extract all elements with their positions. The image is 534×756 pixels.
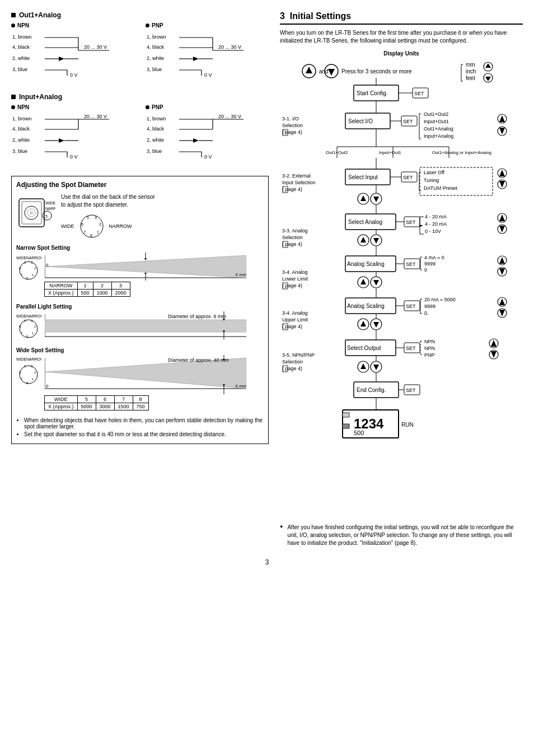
- out1-analog-wiring: NPN 1, brown 20 ... 30 V 4, black 2, whi…: [11, 22, 269, 85]
- svg-text:NARROW: NARROW: [26, 314, 41, 318]
- down-nav-33: [371, 235, 382, 246]
- svg-text:20 mA = 5000: 20 mA = 5000: [424, 297, 456, 302]
- svg-marker-196: [373, 197, 379, 202]
- ia-npn-dot-icon: [11, 105, 15, 109]
- svg-text:Select I/O: Select I/O: [348, 118, 373, 124]
- svg-text:3-4. Analog: 3-4. Analog: [282, 310, 308, 316]
- npn-wiring-diagram: 1, brown 20 ... 30 V 4, black 2, white 3…: [11, 31, 123, 84]
- svg-marker-236: [499, 257, 505, 264]
- svg-text:5: 5: [45, 214, 48, 218]
- input-analog-wiring: NPN 1, brown 20 ... 30 V 4, black 2, whi…: [11, 104, 269, 167]
- svg-text:7: 7: [83, 230, 86, 234]
- wide-spot-block: Wide Spot Setting WIDE NARROW 5 6 7 8 1 …: [16, 347, 264, 410]
- spot-notes: When detecting objects that have holes i…: [16, 417, 264, 437]
- svg-marker-214: [499, 214, 505, 221]
- input-analog-pnp: PNP 1, brown 20 ... 30 V 4, black 2, whi…: [146, 104, 269, 167]
- svg-text:8: 8: [90, 234, 92, 237]
- svg-text:SET: SET: [414, 91, 424, 96]
- wide-dial: WIDE NARROW 5 6 7 8 1 2 3: [16, 355, 41, 389]
- svg-text:0 V: 0 V: [204, 154, 212, 160]
- svg-text:(  page 4): ( page 4): [282, 129, 302, 135]
- svg-point-58: [30, 211, 33, 214]
- svg-marker-85: [144, 258, 147, 260]
- down-arrow-npnpnp: [489, 350, 498, 359]
- svg-text:500: 500: [354, 430, 364, 436]
- svg-marker-265: [373, 322, 379, 328]
- up-arrow-lower: [498, 256, 507, 265]
- svg-marker-143: [485, 77, 491, 81]
- intro-text: When you turn on the LR-TB Series for th…: [280, 29, 523, 45]
- svg-text:Out1+Analog or Input+Analog: Out1+Analog or Input+Analog: [432, 150, 491, 155]
- svg-text:4 mA = 0: 4 mA = 0: [424, 255, 444, 260]
- narrow-dial: WIDE NARROW 5 6 7 8 1 2 3: [16, 254, 41, 282]
- flow-diagram: and Press for 3 seconds or more mm inch …: [281, 60, 522, 519]
- up-nav-upper: [358, 319, 369, 330]
- svg-marker-287: [373, 365, 379, 370]
- pnp-label: PNP: [146, 22, 269, 29]
- input-analog-section: Input+Analog NPN 1, brown 20 ... 30 V 4,…: [11, 93, 269, 167]
- svg-text:2: 2: [34, 325, 36, 328]
- right-column: 3 Initial Settings When you turn on the …: [280, 11, 523, 547]
- svg-marker-216: [499, 226, 505, 232]
- svg-text:mm: mm: [466, 62, 475, 68]
- svg-text:1234: 1234: [354, 416, 384, 431]
- display-left-bottom: [343, 424, 349, 428]
- pnp-dot-icon: [146, 24, 149, 27]
- svg-point-73: [20, 262, 38, 279]
- svg-text:Out1+Analog: Out1+Analog: [424, 126, 453, 132]
- up-arrow-io: [498, 114, 507, 123]
- svg-text:2, white: 2, white: [147, 137, 164, 143]
- svg-text:20 ... 30 V: 20 ... 30 V: [84, 44, 107, 50]
- svg-marker-87: [144, 273, 147, 275]
- svg-text:2, white: 2, white: [12, 137, 30, 143]
- square-bullet-icon: [11, 13, 16, 17]
- svg-text:0: 0: [424, 267, 427, 273]
- svg-marker-192: [499, 181, 505, 188]
- down-nav-lower: [371, 277, 382, 288]
- svg-text:WIDE: WIDE: [45, 201, 55, 205]
- svg-text:20 ... 30 V: 20 ... 30 V: [218, 114, 241, 119]
- ia-npn-label: NPN: [11, 104, 134, 110]
- svg-text:0 V: 0 V: [70, 154, 78, 160]
- svg-marker-283: [491, 351, 496, 358]
- svg-text:Analog Scaling: Analog Scaling: [347, 303, 385, 309]
- svg-marker-190: [499, 170, 505, 176]
- svg-text:WIDE: WIDE: [16, 256, 27, 260]
- svg-text:WIDE: WIDE: [16, 357, 27, 361]
- svg-text:4 - 20 mA: 4 - 20 mA: [425, 221, 447, 227]
- out1-analog-section: Out1+Analog NPN 1, brown 20 ... 30: [11, 11, 269, 85]
- up-nav-npnpnp: [358, 361, 369, 372]
- svg-text:20 ... 30 V: 20 ... 30 V: [218, 44, 241, 50]
- out1-analog-title: Out1+Analog: [11, 11, 269, 19]
- up-arrow-upper: [498, 297, 507, 306]
- svg-marker-242: [373, 280, 379, 286]
- spot-note-2: Set the spot diameter so that it is 40 m…: [24, 431, 264, 437]
- svg-marker-129: [306, 67, 312, 73]
- svg-text:SET: SET: [403, 175, 413, 180]
- svg-marker-141: [485, 63, 491, 68]
- input-analog-title: Input+Analog: [11, 93, 269, 101]
- svg-text:0: 0: [424, 310, 427, 316]
- wide-label: Wide Spot Setting: [16, 347, 264, 353]
- svg-text:3-4. Analog: 3-4. Analog: [282, 269, 308, 275]
- up-arrow-npnpnp: [489, 339, 498, 348]
- svg-text:5: 5: [87, 216, 89, 220]
- svg-text:1, brown: 1, brown: [12, 116, 32, 122]
- svg-text:20 ... 30 V: 20 ... 30 V: [84, 114, 107, 119]
- npn-dot-icon: [11, 24, 15, 27]
- svg-text:2, white: 2, white: [147, 55, 164, 61]
- svg-text:0: 0: [46, 263, 49, 268]
- svg-text:4 - 20 mA: 4 - 20 mA: [425, 214, 447, 220]
- svg-text:NARROW: NARROW: [26, 357, 41, 361]
- sensor-illustration: WIDE NARROW 5: [16, 193, 55, 232]
- svg-marker-259: [499, 298, 505, 305]
- svg-marker-165: [499, 115, 505, 122]
- svg-text:DATUM Preset: DATUM Preset: [424, 185, 457, 191]
- svg-marker-240: [360, 279, 366, 284]
- svg-text:Laser Off: Laser Off: [424, 170, 444, 175]
- svg-text:SET: SET: [403, 119, 413, 124]
- svg-text:NPN: NPN: [424, 346, 435, 351]
- spot-description: Use the dial on the back of the sensor t…: [61, 193, 155, 240]
- wide-table: WIDE 5 6 7 8 X (Approx.) 5000 3000 1500 …: [44, 395, 149, 410]
- svg-text:Select Analog: Select Analog: [348, 219, 382, 225]
